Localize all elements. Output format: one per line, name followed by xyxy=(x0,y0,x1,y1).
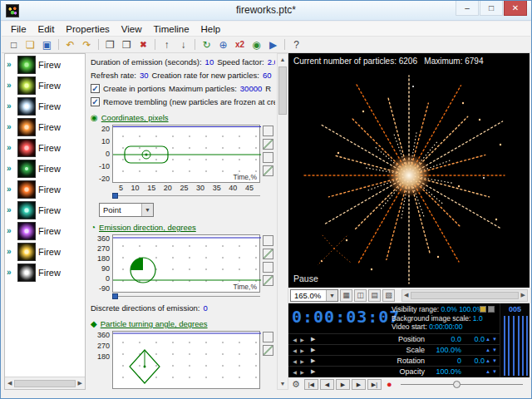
fit-view-icon[interactable]: ▦ xyxy=(340,289,352,302)
tree-item-firework-5[interactable]: » Firew xyxy=(5,137,85,158)
prev-key-icon[interactable]: ◀ xyxy=(291,337,298,342)
zoom-dropdown[interactable]: 165.0% ▼ xyxy=(290,289,338,302)
scroll-right-icon[interactable]: ▶ xyxy=(78,380,82,387)
close-button[interactable]: ✕ xyxy=(504,1,527,16)
video-icon[interactable]: ▶ xyxy=(265,37,281,52)
graph-option-button[interactable] xyxy=(263,152,273,163)
preview-viewport[interactable]: Current number of particles: 6206 Maximu… xyxy=(288,53,530,288)
next-key-icon[interactable]: ▶ xyxy=(298,347,306,353)
next-key-icon[interactable]: ▶ xyxy=(298,337,306,342)
coordinates-plot[interactable]: Time,% xyxy=(112,125,260,183)
rotation-value-2[interactable]: 0.0 xyxy=(461,357,485,365)
key-icon[interactable] xyxy=(480,306,486,313)
redo-icon[interactable]: ↷ xyxy=(79,37,95,52)
graph-option-button[interactable] xyxy=(263,262,273,273)
emitter-type-dropdown[interactable]: Point ▼ xyxy=(99,203,154,217)
open-icon[interactable]: ❏ xyxy=(22,37,38,52)
menu-view[interactable]: View xyxy=(116,23,148,35)
view-mode-icon[interactable]: ▧ xyxy=(382,289,395,302)
coordinates-range-slider[interactable] xyxy=(112,192,260,200)
scale-x2-icon[interactable]: x2 xyxy=(232,37,248,52)
snapshot-icon[interactable]: ◉ xyxy=(249,37,264,52)
video-start-value[interactable]: 0:00:00:00 xyxy=(429,323,462,331)
tree-item-firework-2[interactable]: » Firew xyxy=(5,75,85,96)
slider-handle[interactable] xyxy=(112,293,118,299)
menu-edit[interactable]: Edit xyxy=(32,23,61,35)
lock-icon[interactable] xyxy=(488,306,495,313)
creation-rate-value[interactable]: 60 xyxy=(263,71,272,80)
create-in-portions-checkbox[interactable]: ✓ xyxy=(91,84,100,93)
tree-horizontal-scrollbar[interactable]: ◀ ▶ xyxy=(5,377,85,389)
scroll-thumb[interactable] xyxy=(14,380,75,387)
minimize-button[interactable]: – xyxy=(456,1,479,16)
copy-icon[interactable]: ❐ xyxy=(102,37,118,52)
turning-plot[interactable] xyxy=(112,331,260,389)
tree-item-firework-1[interactable]: » Firew xyxy=(5,54,85,75)
graph-option-button[interactable] xyxy=(263,235,273,246)
spin-up-icon[interactable]: ▲ xyxy=(485,359,491,363)
position-x-value[interactable]: 0.0 xyxy=(430,335,461,343)
save-icon[interactable]: ▣ xyxy=(39,37,55,52)
menu-properties[interactable]: Properties xyxy=(60,23,115,35)
next-key-icon[interactable]: ▶ xyxy=(298,358,306,364)
scroll-down-icon[interactable]: ▼ xyxy=(278,378,288,389)
max-particles-value[interactable]: 30000 xyxy=(240,84,262,93)
tree-item-firework-10[interactable]: » Firew xyxy=(5,241,85,262)
discrete-directions-value[interactable]: 0 xyxy=(203,303,207,313)
prev-key-icon[interactable]: ◀ xyxy=(291,369,298,375)
menu-file[interactable]: File xyxy=(5,23,32,35)
emission-direction-link[interactable]: Emission direction, degrees xyxy=(99,223,196,232)
slider-handle[interactable] xyxy=(112,193,118,199)
grid-icon[interactable]: ▤ xyxy=(368,289,381,302)
first-frame-icon[interactable]: |◀ xyxy=(304,379,318,390)
properties-scrollbar[interactable]: ▲ ▼ xyxy=(277,53,288,390)
graph-option-button[interactable] xyxy=(263,139,273,150)
graph-option-button[interactable] xyxy=(263,332,273,342)
scroll-right-icon[interactable]: ▶ xyxy=(521,292,525,298)
speed-factor-value[interactable]: 2.0 xyxy=(268,57,275,66)
graph-option-button[interactable] xyxy=(263,345,273,356)
graph-option-button[interactable] xyxy=(263,275,273,286)
visibility-low[interactable]: 0.0% xyxy=(441,305,456,313)
keyframe-tracks[interactable]: 005 xyxy=(500,303,530,377)
maximize-button[interactable]: □ xyxy=(480,1,503,16)
play-icon[interactable]: ▶ xyxy=(336,379,350,390)
preview-horizontal-scrollbar[interactable]: ◀ ▶ xyxy=(401,289,528,302)
transform-icon[interactable]: ⊕ xyxy=(215,37,231,52)
coordinates-link[interactable]: Coordinates, pixels xyxy=(101,113,169,122)
timeline-position-slider[interactable] xyxy=(401,379,526,390)
paste-icon[interactable]: ❒ xyxy=(119,37,135,52)
opacity-value[interactable]: 100.0% xyxy=(430,367,461,376)
scroll-thumb[interactable] xyxy=(411,292,518,299)
prev-key-icon[interactable]: ◀ xyxy=(291,347,298,353)
wrench-icon[interactable]: ⚙ xyxy=(292,379,300,390)
new-icon[interactable]: □ xyxy=(6,37,22,52)
emission-plot[interactable]: Time,% xyxy=(112,234,260,293)
rotation-value[interactable]: 0 xyxy=(430,357,461,365)
next-frame-icon[interactable]: ▶ xyxy=(352,379,366,390)
emission-range-slider[interactable] xyxy=(112,293,260,300)
spin-up-icon[interactable]: ▲ xyxy=(485,348,491,352)
tree-item-firework-8[interactable]: » Firew xyxy=(5,200,85,220)
spin-down-icon[interactable]: ▼ xyxy=(491,348,498,352)
duration-value[interactable]: 10 xyxy=(205,57,214,66)
turning-angle-link[interactable]: Particle turning angle, degrees xyxy=(101,319,208,328)
slider-handle[interactable] xyxy=(453,381,461,388)
prev-frame-icon[interactable]: ◀ xyxy=(320,379,334,390)
tree-item-firework-3[interactable]: » Firew xyxy=(5,96,85,116)
undo-icon[interactable]: ↶ xyxy=(62,37,78,52)
last-frame-icon[interactable]: ▶| xyxy=(367,379,382,390)
help-icon[interactable]: ? xyxy=(288,37,304,52)
scroll-up-icon[interactable]: ▲ xyxy=(278,54,288,65)
refresh-rate-value[interactable]: 30 xyxy=(140,71,149,80)
spin-down-icon[interactable]: ▼ xyxy=(491,337,498,342)
scroll-thumb[interactable] xyxy=(278,66,287,115)
graph-option-button[interactable] xyxy=(263,165,273,176)
rotate-icon[interactable]: ↻ xyxy=(199,37,214,52)
graph-option-button[interactable] xyxy=(263,126,273,136)
record-icon[interactable]: ● xyxy=(387,379,392,390)
tree-item-firework-11[interactable]: » Firew xyxy=(5,262,85,283)
tree-item-firework-6[interactable]: » Firew xyxy=(5,158,85,179)
prev-key-icon[interactable]: ◀ xyxy=(291,358,298,364)
move-up-icon[interactable]: ↑ xyxy=(159,37,175,52)
